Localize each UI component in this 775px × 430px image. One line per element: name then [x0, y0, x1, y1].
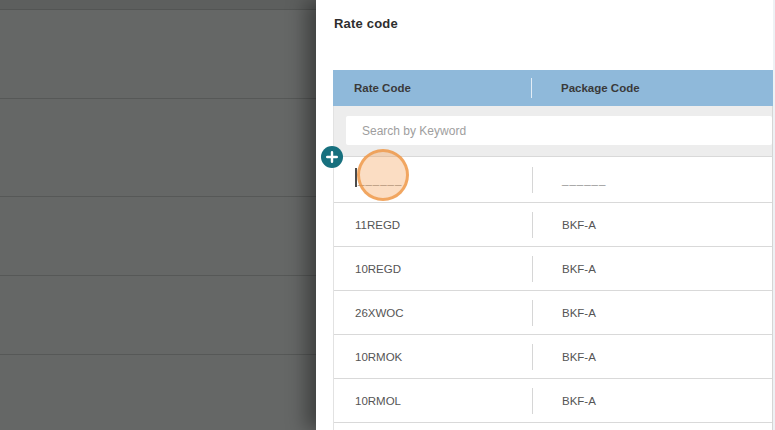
rate-code-placeholder: ______: [358, 174, 402, 186]
search-row: [333, 106, 773, 156]
rate-code-cell[interactable]: 11REGD: [334, 219, 532, 231]
table-row[interactable]: 10RMOL BKF-A: [334, 379, 772, 423]
new-package-code-field[interactable]: ______: [533, 174, 606, 186]
rate-code-cell[interactable]: 10REGD: [334, 263, 532, 275]
table-row[interactable]: 11REGD BKF-A: [334, 203, 772, 247]
package-code-cell[interactable]: BKF-A: [533, 351, 596, 363]
package-code-cell[interactable]: BKF-A: [533, 395, 596, 407]
column-header-package-code[interactable]: Package Code: [532, 82, 640, 94]
plus-icon: [325, 150, 339, 164]
package-code-cell[interactable]: BKF-A: [533, 263, 596, 275]
table-row[interactable]: 10RMOK BKF-A: [334, 335, 772, 379]
rate-code-cell[interactable]: 26XWOC: [334, 307, 532, 319]
search-input[interactable]: [346, 116, 772, 145]
table-body: ______ ______ 11REGD BKF-A 10REGD BKF-A …: [333, 156, 773, 430]
text-caret: [355, 168, 357, 187]
table-row-partial: [334, 423, 772, 430]
table-row[interactable]: 26XWOC BKF-A: [334, 291, 772, 335]
new-rate-code-field[interactable]: ______: [334, 170, 532, 189]
table-row-new-entry[interactable]: ______ ______: [334, 157, 772, 203]
column-header-rate-code[interactable]: Rate Code: [333, 82, 531, 94]
rate-code-table: Rate Code Package Code ______ ______ 11R…: [333, 70, 773, 430]
package-code-cell[interactable]: BKF-A: [533, 307, 596, 319]
table-header: Rate Code Package Code: [333, 70, 773, 106]
page-title: Rate code: [334, 16, 398, 31]
table-row[interactable]: 10REGD BKF-A: [334, 247, 772, 291]
add-row-button[interactable]: [321, 146, 343, 168]
package-code-placeholder: ______: [562, 174, 606, 186]
rate-code-panel: Rate code Rate Code Package Code ______ …: [316, 0, 775, 430]
rate-code-cell[interactable]: 10RMOL: [334, 395, 532, 407]
package-code-cell[interactable]: BKF-A: [533, 219, 596, 231]
rate-code-cell[interactable]: 10RMOK: [334, 351, 532, 363]
